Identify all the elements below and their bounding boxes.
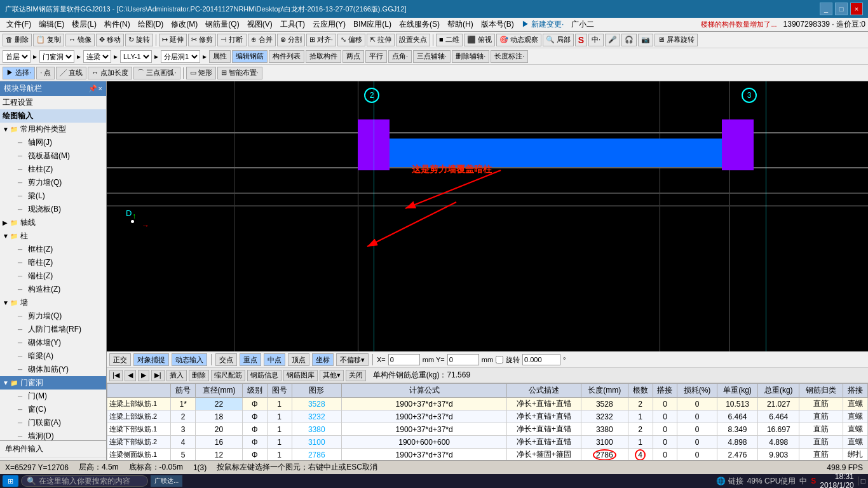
menu-component[interactable]: 构件(N) — [100, 18, 134, 31]
btn-close-table[interactable]: 关闭 — [346, 370, 366, 381]
btn-center[interactable]: 中点 — [264, 353, 285, 366]
menu-cloud[interactable]: 云应用(Y) — [309, 18, 349, 31]
floor-select[interactable]: 首层 — [3, 50, 31, 63]
btn-point-len[interactable]: ↔ 点加长度 — [88, 67, 132, 79]
table-row[interactable]: 连梁下部纵筋.2 4 16 Φ 1 3100 1900+600+600 净长+直… — [107, 436, 868, 449]
axis-select[interactable]: LLY-1 — [120, 50, 152, 63]
show-desktop-btn[interactable]: □ — [858, 477, 865, 485]
btn-del-aux[interactable]: 删除辅轴· — [452, 50, 489, 63]
btn-no-offset[interactable]: 不偏移▾ — [336, 353, 369, 366]
btn-two-pts[interactable]: 两点 — [342, 50, 364, 63]
btn-rebar-info[interactable]: 钢筋信息 — [247, 370, 281, 381]
btn-arc[interactable]: ⌒ 三点画弧· — [133, 67, 180, 79]
btn-dynamic[interactable]: 🎯 动态观察 — [496, 34, 541, 46]
sidebar-section-settings[interactable]: 工程设置 — [0, 96, 106, 109]
rotate-input[interactable] — [522, 354, 560, 365]
menu-draw[interactable]: 绘图(D) — [134, 18, 168, 31]
search-bar[interactable]: 🔍 在这里输入你要搜索的内容 — [21, 475, 148, 487]
btn-ortho[interactable]: 正交 — [109, 353, 131, 366]
layer-select[interactable]: 分层洞1 — [161, 50, 200, 63]
btn-intersection[interactable]: 交点 — [215, 353, 237, 366]
menu-floor[interactable]: 楼层(L) — [68, 18, 100, 31]
tree-shear-wall[interactable]: ─剪力墙(Q) — [0, 176, 106, 189]
btn-other[interactable]: 其他▾ — [320, 370, 344, 381]
tree-beam[interactable]: ─梁(L) — [0, 189, 106, 203]
tree-frame-col[interactable]: ─框柱(Z) — [0, 243, 106, 256]
btn-scale-rebar[interactable]: 缩尺配筋 — [211, 370, 245, 381]
btn-select[interactable]: ▶ 选择· — [3, 67, 35, 79]
lang-indicator[interactable]: 中 — [799, 476, 807, 487]
taskbar-guanglian-app[interactable]: 广联达... — [151, 475, 182, 487]
sidebar-pin-btn[interactable]: 📌 — [88, 85, 97, 93]
btn-trim[interactable]: ✂ 修剪 — [188, 34, 216, 46]
btn-china[interactable]: 中· — [588, 34, 604, 46]
menu-view[interactable]: 视图(V) — [243, 18, 276, 31]
btn-last[interactable]: ▶| — [151, 370, 165, 381]
btn-line[interactable]: ╱ 直线 — [56, 67, 86, 79]
menu-bim[interactable]: BIM应用(L) — [349, 18, 395, 31]
btn-headphone[interactable]: 🎧 — [621, 34, 637, 46]
tree-wall-hole[interactable]: ─墙洞(D) — [0, 430, 106, 440]
sidebar-section-draw[interactable]: 绘图输入 — [0, 109, 106, 123]
conn-select[interactable]: 连梁 — [83, 50, 111, 63]
table-row[interactable]: 连梁上部纵筋.1 1* 22 Φ 1 3528 1900+37*d+37*d 净… — [107, 398, 868, 410]
btn-mic[interactable]: 🎤 — [605, 34, 620, 46]
y-input[interactable] — [447, 354, 479, 365]
btn-snap[interactable]: 对象捕捉 — [133, 353, 169, 366]
tree-axis[interactable]: ▶📁轴线 — [0, 216, 106, 229]
btn-merge[interactable]: ⊕ 合并 — [248, 34, 276, 46]
tree-door-window[interactable]: ▼📁门窗洞 — [0, 376, 106, 390]
start-button[interactable]: ⊞ — [3, 475, 18, 487]
btn-stretch[interactable]: ⇱ 拉伸 — [367, 34, 395, 46]
btn-break[interactable]: ⊣ 打断 — [217, 34, 246, 46]
table-row[interactable]: 连梁下部纵筋.1 3 20 Φ 1 3380 1900+37*d+37*d 净长… — [107, 423, 868, 436]
btn-point[interactable]: · 点 — [36, 67, 55, 79]
menu-edit[interactable]: 编辑(E) — [35, 18, 68, 31]
cad-view[interactable]: 2 3 D → ↑ 这是剪力墙覆盖暗柱 — [107, 81, 868, 351]
btn-three-aux[interactable]: 三点辅轴· — [413, 50, 451, 63]
rotate-checkbox[interactable] — [496, 356, 503, 363]
btn-pickup[interactable]: 拾取构件 — [306, 50, 341, 63]
sidebar-close-btn[interactable]: × — [98, 85, 102, 93]
type-select[interactable]: 门窗洞 — [39, 50, 74, 63]
btn-table-delete[interactable]: 删除 — [189, 370, 209, 381]
btn-prev[interactable]: ◀ — [125, 370, 136, 381]
tree-masonry-bar[interactable]: ─砌体加筋(Y) — [0, 363, 106, 376]
btn-split[interactable]: ⊗ 分割 — [277, 34, 305, 46]
tree-common-types[interactable]: ▼📁常用构件类型 — [0, 123, 106, 136]
menu-rebar[interactable]: 钢筋量(Q) — [201, 18, 243, 31]
btn-camera[interactable]: 📷 — [638, 34, 653, 46]
btn-vertex[interactable]: 顶点 — [288, 353, 309, 366]
btn-rect[interactable]: ▭ 矩形 — [186, 67, 216, 79]
menu-file[interactable]: 文件(F) — [3, 18, 35, 31]
table-row[interactable]: 连梁上部纵筋.2 2 18 Φ 1 3232 1900+37*d+37*d 净长… — [107, 410, 868, 423]
btn-properties[interactable]: 属性 — [209, 50, 231, 63]
btn-3d[interactable]: ⬛ 俯视 — [464, 34, 495, 46]
btn-2d[interactable]: ■ 二维 — [436, 34, 463, 46]
maximize-button[interactable]: □ — [835, 3, 848, 15]
btn-coord[interactable]: 坐标 — [312, 353, 334, 366]
menu-modify[interactable]: 修改(M) — [167, 18, 201, 31]
tree-column[interactable]: ─柱柱(Z) — [0, 163, 106, 176]
btn-dynamic-input[interactable]: 动态输入 — [172, 353, 207, 366]
btn-setclamp[interactable]: 設置夹点 — [396, 34, 430, 46]
btn-offset[interactable]: ⤡ 偏移 — [337, 34, 365, 46]
btn-first[interactable]: |◀ — [109, 370, 123, 381]
tree-wall-group[interactable]: ▼📁墙 — [0, 296, 106, 309]
btn-screen-rotate[interactable]: 🖥 屏幕旋转 — [654, 34, 698, 46]
tree-shear-wall2[interactable]: ─剪力墙(Q) — [0, 309, 106, 323]
btn-edit-rebar[interactable]: 编辑钢筋 — [232, 50, 268, 63]
menu-tools[interactable]: 工具(T) — [276, 18, 309, 31]
tree-dark-col[interactable]: ─暗柱(Z) — [0, 256, 106, 269]
tree-civil-def[interactable]: ─人防门槛墙(RF) — [0, 323, 106, 336]
btn-parallel[interactable]: 平行 — [365, 50, 387, 63]
btn-midpoint[interactable]: 重点 — [240, 353, 261, 366]
tree-window[interactable]: ─窗(C) — [0, 403, 106, 416]
btn-smart-place[interactable]: ⊞ 智能布置· — [217, 67, 262, 79]
tree-axis-net[interactable]: ─轴网(J) — [0, 136, 106, 149]
menu-new-change[interactable]: ▶ 新建变更· — [518, 18, 568, 31]
tree-col-group[interactable]: ▼📁柱 — [0, 229, 106, 243]
tree-door-window-combo[interactable]: ─门联窗(A) — [0, 416, 106, 430]
tree-masonry[interactable]: ─砌体墙(Y) — [0, 336, 106, 349]
btn-align[interactable]: ⊞ 对齐· — [306, 34, 336, 46]
